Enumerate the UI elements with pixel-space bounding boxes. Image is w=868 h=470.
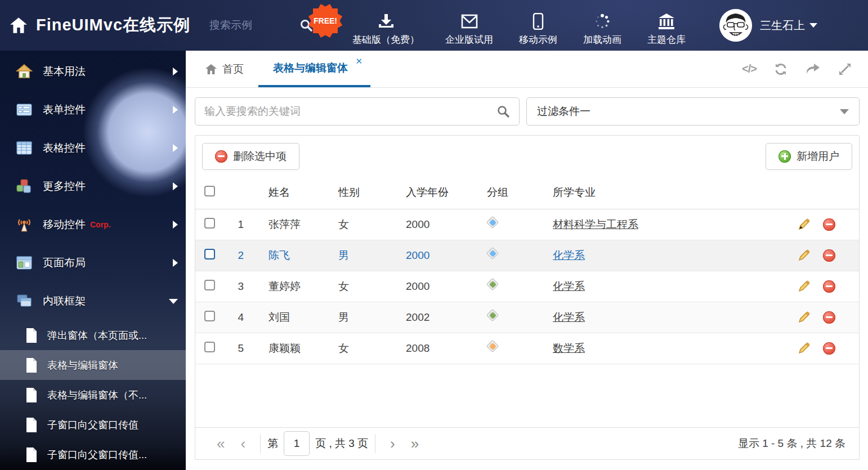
tab-close-icon[interactable]: ✕ — [355, 56, 363, 66]
sidebar-item-basic-usage[interactable]: 基本用法 — [0, 52, 186, 91]
column-header-year[interactable]: 入学年份 — [386, 177, 469, 209]
keyword-search-box[interactable] — [195, 97, 520, 126]
sidebar-item-iframe[interactable]: 内联框架 — [0, 282, 186, 320]
keyword-search-input[interactable] — [204, 105, 496, 118]
sidebar: 基本用法 表单控件 表格控件 更多控件 — [0, 51, 186, 470]
delete-row-icon[interactable] — [823, 311, 835, 324]
table-row-selected[interactable]: 2 陈飞 男 2000 化学系 — [195, 240, 859, 271]
home-icon — [9, 17, 28, 34]
header-search[interactable] — [209, 19, 313, 32]
blue-tag-icon — [487, 217, 499, 229]
table-row[interactable]: 5 康颖颖 女 2008 数学系 — [195, 333, 859, 364]
chevron-right-icon — [173, 221, 178, 229]
header-search-input[interactable] — [209, 19, 294, 32]
delete-row-icon[interactable] — [823, 218, 835, 231]
table-row[interactable]: 4 刘国 男 2002 化学系 — [195, 302, 859, 333]
open-new-window-icon[interactable] — [805, 62, 821, 76]
column-header-name[interactable]: 姓名 — [249, 177, 318, 209]
green-tag-icon — [487, 279, 499, 291]
refresh-icon[interactable] — [773, 62, 788, 77]
document-icon — [25, 417, 38, 433]
tab-home[interactable]: 首页 — [190, 51, 258, 87]
pagination-bar: « ‹ 第 页 , 共 3 页 › » 显示 1 - 5 条 , 共 12 条 — [195, 427, 859, 459]
sidebar-item-more-controls[interactable]: 更多控件 — [0, 167, 186, 205]
user-menu[interactable]: 三生石上 — [719, 9, 817, 42]
sidebar-item-page-layout[interactable]: 页面布局 — [0, 244, 186, 282]
nav-basic-free[interactable]: FREE! 基础版（免费） — [352, 5, 419, 46]
free-badge: FREE! — [308, 4, 342, 38]
edit-icon[interactable] — [797, 280, 811, 293]
view-source-icon[interactable]: </> — [742, 62, 757, 75]
nav-theme-repo[interactable]: 主题仓库 — [647, 5, 686, 46]
row-checkbox[interactable] — [204, 280, 215, 290]
row-checkbox[interactable] — [204, 311, 215, 321]
select-all-checkbox[interactable] — [204, 186, 215, 196]
nav-mobile-demo[interactable]: 移动示例 — [519, 5, 557, 46]
windows-icon — [16, 293, 33, 310]
row-checkbox[interactable] — [204, 342, 215, 352]
avatar[interactable] — [719, 9, 752, 42]
tab-grid-edit-window[interactable]: 表格与编辑窗体 ✕ — [258, 51, 370, 87]
table-row[interactable]: 3 董婷婷 女 2000 化学系 — [195, 271, 859, 302]
sidebar-item-form-controls[interactable]: 表单控件 — [0, 91, 186, 129]
major-link[interactable]: 化学系 — [553, 280, 585, 292]
edit-icon[interactable] — [797, 218, 811, 231]
next-page-button[interactable]: › — [382, 436, 403, 451]
row-checkbox[interactable] — [204, 218, 215, 229]
sidebar-subitem-grid-edit-window-2[interactable]: 表格与编辑窗体（不... — [0, 380, 186, 410]
user-table: 姓名 性别 入学年份 分组 所学专业 1 张萍萍 女 2000 材料科学与工程系 — [195, 177, 859, 364]
table-row[interactable]: 1 张萍萍 女 2000 材料科学与工程系 — [195, 209, 859, 240]
major-link[interactable]: 化学系 — [553, 311, 585, 323]
document-icon — [25, 357, 38, 373]
sidebar-item-mobile-controls[interactable]: 移动控件 Corp. — [0, 205, 186, 244]
sidebar-item-grid-controls[interactable]: 表格控件 — [0, 129, 186, 167]
fullscreen-icon[interactable] — [838, 62, 852, 77]
column-header-group[interactable]: 分组 — [469, 177, 534, 209]
major-link[interactable]: 化学系 — [553, 249, 585, 261]
major-link[interactable]: 材料科学与工程系 — [553, 218, 638, 230]
sidebar-subitem-popup-window[interactable]: 弹出窗体（本页面或... — [0, 320, 186, 350]
sidebar-subitem-grid-edit-window[interactable]: 表格与编辑窗体 — [0, 350, 186, 380]
antenna-icon — [16, 216, 33, 233]
username: 三生石上 — [760, 18, 805, 33]
header-nav: FREE! 基础版（免费） 企业版试用 移动示例 — [352, 5, 686, 46]
app-header: FineUIMvc在线示例 FREE! 基础版（免费） 企业版试用 — [0, 0, 868, 51]
delete-row-icon[interactable] — [823, 249, 835, 262]
column-header-major[interactable]: 所学专业 — [534, 177, 797, 209]
main-content: 首页 表格与编辑窗体 ✕ </> 过滤条件一 — [186, 51, 868, 470]
corp-badge: Corp. — [90, 220, 111, 229]
sidebar-subitem-child-to-parent-2[interactable]: 子窗口向父窗口传值... — [0, 440, 186, 469]
search-icon[interactable] — [496, 105, 510, 118]
column-header-gender[interactable]: 性别 — [318, 177, 386, 209]
edit-icon[interactable] — [797, 311, 811, 324]
row-checkbox[interactable] — [204, 249, 215, 259]
dropdown-caret-icon — [840, 109, 849, 114]
nav-loading-animation[interactable]: 加载动画 — [583, 5, 621, 46]
prev-page-button[interactable]: ‹ — [232, 436, 253, 451]
green-tag-icon — [487, 310, 499, 322]
grid-panel: 删除选中项 新增用户 姓名 性别 入学年份 分组 所学专业 — [195, 135, 860, 460]
blue-tag-icon — [487, 248, 499, 260]
sidebar-subitem-child-to-parent[interactable]: 子窗口向父窗口传值 — [0, 410, 186, 440]
last-page-button[interactable]: » — [403, 436, 427, 451]
delete-row-icon[interactable] — [823, 342, 835, 355]
table-header-row: 姓名 性别 入学年份 分组 所学专业 — [195, 177, 859, 209]
bank-icon — [657, 13, 676, 30]
nav-enterprise-trial[interactable]: 企业版试用 — [445, 5, 493, 46]
download-icon — [377, 13, 396, 30]
major-link[interactable]: 数学系 — [553, 342, 585, 354]
delete-row-icon[interactable] — [823, 280, 835, 293]
page-number-input[interactable] — [284, 431, 310, 456]
edit-icon[interactable] — [797, 249, 811, 262]
divider — [260, 434, 261, 453]
orange-tag-icon — [487, 341, 499, 353]
first-page-button[interactable]: « — [209, 436, 232, 451]
divider — [375, 434, 375, 453]
logo[interactable]: FineUIMvc在线示例 — [0, 14, 190, 37]
house-icon — [16, 63, 33, 80]
home-tab-icon — [205, 64, 217, 75]
edit-icon[interactable] — [797, 342, 811, 355]
filter-dropdown[interactable]: 过滤条件一 — [526, 97, 860, 126]
add-user-button[interactable]: 新增用户 — [766, 143, 852, 170]
delete-selected-button[interactable]: 删除选中项 — [202, 143, 299, 170]
